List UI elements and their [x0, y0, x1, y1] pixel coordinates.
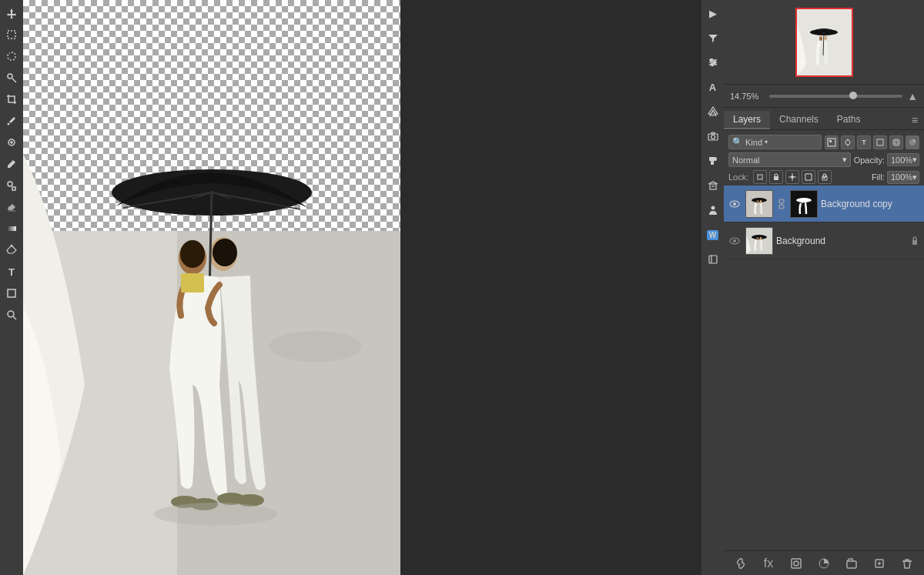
- text-tool-left[interactable]: T: [2, 262, 22, 282]
- svg-line-2: [12, 79, 16, 82]
- svg-rect-12: [8, 289, 15, 297]
- lock-transparent-btn[interactable]: [753, 170, 767, 184]
- lock-all-btn[interactable]: [818, 170, 832, 184]
- add-layer-btn[interactable]: [871, 555, 888, 572]
- rectangle-marquee-tool[interactable]: [2, 25, 22, 45]
- lock-image-btn[interactable]: [769, 170, 783, 184]
- canvas-container: [23, 0, 701, 575]
- layer-thumb-background: [745, 227, 773, 255]
- play-button[interactable]: ▶: [703, 3, 723, 23]
- stamp-tool[interactable]: [2, 176, 22, 196]
- zoom-slider-thumb[interactable]: [849, 92, 857, 99]
- add-link-btn[interactable]: [732, 555, 749, 572]
- zoom-slider[interactable]: [769, 95, 902, 98]
- filter-shape-btn[interactable]: [873, 135, 887, 149]
- svg-rect-73: [779, 199, 784, 203]
- layers-list: Background copy: [724, 186, 924, 550]
- tab-paths[interactable]: Paths: [828, 111, 870, 129]
- svg-point-78: [802, 200, 804, 203]
- svg-rect-76: [791, 191, 817, 217]
- healing-brush-tool[interactable]: [2, 132, 22, 152]
- 3d-icon[interactable]: [703, 102, 723, 122]
- filter-pixel-btn[interactable]: [825, 135, 839, 149]
- w-icon[interactable]: W: [703, 225, 723, 245]
- delete-layer-btn[interactable]: [899, 555, 916, 572]
- eraser-tool[interactable]: [2, 197, 22, 217]
- svg-point-51: [824, 35, 827, 40]
- adjustments-icon[interactable]: [703, 52, 723, 72]
- svg-point-3: [8, 74, 12, 79]
- layers-panel: Layers Channels Paths ≡ 🔍 Kind ▾: [724, 108, 924, 575]
- text-type-icon[interactable]: A: [703, 77, 723, 97]
- filter-toggle-btn[interactable]: [906, 135, 919, 149]
- fill-label: Fill:: [872, 172, 885, 182]
- tab-layers[interactable]: Layers: [724, 111, 770, 129]
- add-mask-btn[interactable]: [788, 555, 805, 572]
- search-icon-small: 🔍: [732, 137, 743, 147]
- svg-point-71: [757, 200, 759, 203]
- svg-point-50: [819, 36, 822, 41]
- svg-point-85: [760, 237, 762, 240]
- add-adjustment-btn[interactable]: [815, 555, 832, 572]
- svg-rect-1: [8, 31, 15, 38]
- svg-point-4: [8, 123, 10, 125]
- add-group-btn[interactable]: [843, 555, 860, 572]
- svg-point-68: [733, 202, 736, 206]
- camera-icon[interactable]: [703, 126, 723, 146]
- kind-label: Kind: [745, 138, 762, 147]
- lock-artboard-btn[interactable]: [802, 170, 815, 184]
- add-style-btn[interactable]: fx: [760, 555, 777, 572]
- pen-tool[interactable]: [2, 240, 22, 260]
- panel-tabs: Layers Channels Paths ≡: [724, 108, 924, 130]
- lock-position-btn[interactable]: [785, 170, 799, 184]
- lock-icons: [753, 170, 832, 184]
- tab-channels[interactable]: Channels: [770, 111, 828, 129]
- magic-wand-tool[interactable]: [2, 68, 22, 88]
- filter-icon[interactable]: [703, 28, 723, 48]
- svg-point-84: [757, 237, 759, 240]
- move-tool[interactable]: [2, 3, 22, 23]
- filter-type-btn[interactable]: T: [857, 135, 871, 149]
- paragraph-icon[interactable]: [703, 151, 723, 171]
- svg-point-79: [805, 200, 807, 203]
- crop-tool[interactable]: [2, 89, 22, 109]
- brush-tool[interactable]: [2, 154, 22, 174]
- filter-adjustment-btn[interactable]: [841, 135, 855, 149]
- shape-tool[interactable]: [2, 283, 22, 303]
- package-icon[interactable]: [703, 176, 723, 196]
- lasso-tool[interactable]: [2, 46, 22, 66]
- zoom-increase-btn[interactable]: ▲: [907, 90, 918, 102]
- panel-menu-btn[interactable]: ≡: [906, 111, 924, 129]
- zoom-percentage: 14.75%: [730, 92, 765, 101]
- book-icon[interactable]: [703, 249, 723, 269]
- lock-label: Lock:: [728, 172, 748, 182]
- document-thumbnail: [795, 8, 853, 77]
- blend-mode-dropdown[interactable]: Normal ▾: [728, 152, 851, 167]
- svg-point-72: [760, 200, 762, 203]
- eyedropper-tool[interactable]: [2, 111, 22, 131]
- layer-item-background-copy[interactable]: Background copy: [724, 186, 924, 222]
- fill-control: Fill: 100% ▾: [872, 171, 919, 184]
- right-panel: 14.75% ▲ Layers Channels Paths ≡ 🔍 Kind …: [724, 0, 924, 575]
- person-icon[interactable]: [703, 200, 723, 220]
- kind-dropdown[interactable]: 🔍 Kind ▾: [728, 135, 822, 149]
- svg-point-29: [154, 503, 277, 526]
- main-area: [23, 0, 701, 575]
- zoom-tool[interactable]: [2, 305, 22, 325]
- layer-visibility-background[interactable]: [727, 233, 742, 249]
- svg-rect-10: [7, 226, 16, 231]
- layer-name-background: Background: [776, 236, 906, 246]
- canvas-view[interactable]: [23, 0, 400, 575]
- layer-item-background[interactable]: Background: [724, 222, 924, 259]
- opacity-value[interactable]: 100% ▾: [887, 153, 919, 166]
- layer-mask-background-copy: [790, 190, 818, 218]
- left-toolbar: T: [0, 0, 23, 575]
- filter-icons: T: [825, 135, 919, 149]
- svg-rect-89: [847, 561, 856, 568]
- filter-smartobj-btn[interactable]: [889, 135, 903, 149]
- layer-visibility-background-copy[interactable]: [727, 196, 742, 212]
- svg-rect-86: [792, 559, 801, 568]
- svg-point-81: [733, 239, 736, 242]
- gradient-tool[interactable]: [2, 219, 22, 239]
- fill-value[interactable]: 100% ▾: [887, 171, 919, 184]
